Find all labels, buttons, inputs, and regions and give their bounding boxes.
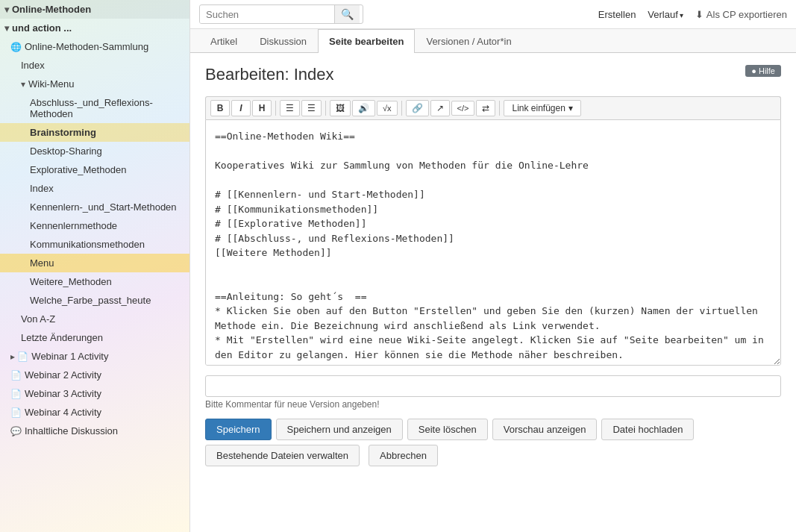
sidebar-item-label: Webinar 2 Activity [25,369,101,381]
expand-icon: ▾ [4,23,9,34]
sidebar-item-online-methoden[interactable]: ▾Online-Methoden [0,0,189,19]
toolbar-image[interactable]: 🖼 [330,100,351,116]
sidebar-item-label: Online-Methoden-Sammlung [25,41,148,52]
toolbar-ext-link[interactable]: ↗ [430,100,450,116]
export-link[interactable]: ⬇ Als CP exportieren [695,9,787,20]
sidebar-item-explorative-methoden[interactable]: Explorative_Methoden [0,160,189,179]
sidebar-item-von-a-z[interactable]: Von A-Z [0,310,189,328]
toolbar-sep-2 [325,101,326,116]
cancel-button[interactable]: Abbrechen [369,445,438,466]
search-button[interactable]: 🔍 [334,5,360,23]
doc-icon: 📄 [10,370,22,381]
sidebar-item-label: Desktop-Sharing [30,145,102,157]
sidebar-item-index2[interactable]: Index [0,179,189,198]
sidebar-item-label: Online-Methoden [12,4,91,15]
sidebar-item-webinar1[interactable]: ▸ 📄Webinar 1 Activity [0,347,189,366]
sidebar-item-label: Kennenlernmethode [30,220,117,231]
sidebar-item-online-methoden-sammlung[interactable]: 🌐Online-Methoden-Sammlung [0,37,189,56]
history-dropdown-icon [680,9,683,20]
sidebar-item-weitere-methoden[interactable]: Weitere_Methoden [0,272,189,291]
editor-toolbar: B I H ☰ ☰ 🖼 🔊 √x 🔗 ↗ </> ⇄ Link einfügen… [205,96,781,119]
sidebar-item-label: Webinar 3 Activity [25,388,101,399]
sidebar-item-menu[interactable]: Menu [0,254,189,272]
toolbar-bold[interactable]: B [210,100,230,116]
upload-button[interactable]: Datei hochladen [601,419,694,440]
discussion-icon: 💬 [10,426,22,436]
delete-page-button[interactable]: Seite löschen [407,419,488,440]
sidebar-item-webinar2[interactable]: 📄Webinar 2 Activity [0,366,189,384]
sidebar-item-label: Webinar 1 Activity [31,351,108,362]
sidebar-item-label: Index [30,183,54,194]
toolbar-code[interactable]: </> [451,101,475,116]
doc-icon: 📄 [10,407,22,418]
toolbar-arrows[interactable]: ⇄ [476,100,495,116]
sidebar-item-desktop-sharing[interactable]: Desktop-Sharing [0,142,189,160]
sidebar-item-webinar4[interactable]: 📄Webinar 4 Activity [0,403,189,422]
toolbar-sep-3 [401,101,402,116]
tab-artikel[interactable]: Artikel [199,29,248,53]
link-insert-dropdown-icon: ▾ [568,103,573,113]
tab-seite-bearbeiten[interactable]: Seite bearbeiten [318,29,415,53]
tabs-bar: Artikel Diskussion Seite bearbeiten Vers… [190,29,796,53]
search-input[interactable] [200,6,334,23]
export-icon: ⬇ [695,9,703,20]
sidebar-item-abschluss[interactable]: Abschluss-_und_Reflexions-Methoden [0,93,189,123]
tab-versionen[interactable]: Versionen / Autor*in [415,29,522,53]
sidebar-item-index[interactable]: Index [0,56,189,75]
toolbar-audio[interactable]: 🔊 [352,100,375,116]
sidebar-item-inhaltliche-diskussion[interactable]: 💬Inhaltliche Diskussion [0,422,189,440]
toolbar-italic[interactable]: I [231,100,251,116]
sidebar-item-wiki-menu[interactable]: ▾Wiki-Menu [0,75,189,93]
toolbar-sep-4 [499,101,500,116]
sidebar-item-label: Kennenlern-_und_Start-Methoden [30,201,177,213]
sidebar-item-kennenlernmethode[interactable]: Kennenlernmethode [0,216,189,235]
comment-row: Bitte Kommentar für neue Version angeben… [205,375,781,410]
sidebar: ▾Online-Methoden▾und action ...🌐Online-M… [0,0,190,532]
link-insert-button[interactable]: Link einfügen ▾ [504,100,580,116]
sidebar-item-welche-farbe[interactable]: Welche_Farbe_passt_heute [0,291,189,310]
toolbar-link[interactable]: 🔗 [406,100,429,116]
toolbar-sep-1 [275,101,276,116]
search-box: 🔍 [199,4,363,24]
content-area: Bearbeiten: Index ● Hilfe B I H ☰ ☰ 🖼 🔊 … [190,53,796,532]
toolbar-math[interactable]: √x [377,101,398,116]
manage-files-button[interactable]: Bestehende Dateien verwalten [205,445,360,466]
sidebar-item-label: Index [21,60,45,71]
sidebar-item-label: und action ... [12,22,72,34]
toolbar-ol[interactable]: ☰ [301,100,322,116]
sidebar-item-label: Kommunikationsmethoden [30,239,145,250]
create-link[interactable]: Erstellen [598,9,636,20]
sidebar-item-label: Welche_Farbe_passt_heute [30,295,151,306]
save-button[interactable]: Speichern [205,419,272,440]
sidebar-item-label: Weitere_Methoden [30,276,112,287]
sidebar-item-webinar3[interactable]: 📄Webinar 3 Activity [0,384,189,403]
toolbar-heading[interactable]: H [252,100,272,116]
doc-icon: 📄 [10,389,22,399]
sidebar-item-label: Brainstorming [30,127,96,138]
sidebar-item-kommunikationsmethoden[interactable]: Kommunikationsmethoden [0,235,189,254]
sidebar-item-brainstorming[interactable]: Brainstorming [0,123,189,142]
preview-button[interactable]: Vorschau anzeigen [492,419,598,440]
topbar: 🔍 Erstellen Verlauf ⬇ Als CP exportieren [190,0,796,29]
toolbar-ul[interactable]: ☰ [280,100,300,116]
page-title: Bearbeiten: Index [205,65,781,84]
expand-icon: ▾ [21,79,25,90]
sidebar-item-label: Wiki-Menu [28,78,74,90]
sidebar-item-label: Webinar 4 Activity [25,407,101,418]
sidebar-item-und-action[interactable]: ▾und action ... [0,19,189,37]
globe-icon: 🌐 [10,42,22,52]
doc-icon: ▸ 📄 [10,351,28,362]
save-and-view-button[interactable]: Speichern und anzeigen [276,419,403,440]
history-link[interactable]: Verlauf [648,9,683,20]
sidebar-item-label: Menu [30,257,54,269]
sidebar-item-kennenlern[interactable]: Kennenlern-_und_Start-Methoden [0,198,189,216]
sidebar-item-label: Inhaltliche Diskussion [25,425,118,436]
help-badge[interactable]: ● Hilfe [745,65,781,77]
tab-diskussion[interactable]: Diskussion [248,29,318,53]
main-content: 🔍 Erstellen Verlauf ⬇ Als CP exportieren… [190,0,796,532]
sidebar-item-label: Explorative_Methoden [30,164,126,175]
sidebar-item-letzte-aenderungen[interactable]: Letzte Änderungen [0,328,189,347]
comment-input[interactable] [205,375,781,397]
action-buttons: Speichern Speichern und anzeigen Seite l… [205,419,781,466]
editor-textarea[interactable] [205,119,781,366]
